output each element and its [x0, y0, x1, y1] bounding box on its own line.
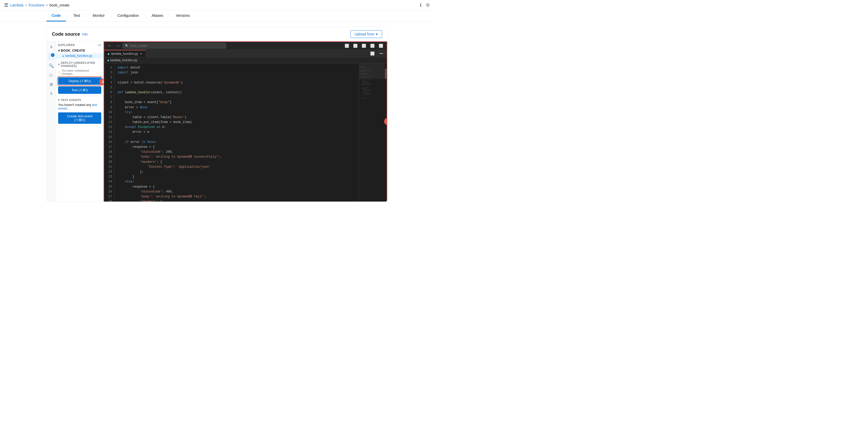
tab-code[interactable]: Code	[46, 10, 66, 22]
split-editor-btn[interactable]: ⬜	[369, 51, 376, 56]
warning-icon: ⚠	[58, 70, 61, 74]
editor-area: ≡ 📄 1 🔍 ▷ ⊞	[47, 41, 387, 202]
tab-file-name: lambda_function.py	[111, 52, 138, 56]
editor-panel: ← → 🔍 ⬜ ⬜ ⬜ ⬜ ⬜	[103, 41, 387, 202]
settings-icon[interactable]: ⚙	[426, 2, 430, 8]
layout-btn-4[interactable]: ⬜	[369, 43, 376, 49]
top-bar-right: ℹ ⚙	[420, 2, 430, 8]
main-content: Code source Info Upload from ▾ ≡	[0, 22, 434, 214]
top-bar: ☰ Lambda > Functions > book_create ℹ ⚙	[0, 0, 434, 10]
code-area[interactable]: 12345 678910 1112131415 1617181920 21222…	[104, 63, 387, 202]
deploy-section: ▾ DEPLOY [UNDEPLOYED CHANGES] ⚠ You have…	[56, 59, 103, 96]
layout-btn-5[interactable]: ⬜	[377, 43, 385, 49]
file-name: lambda_function.py	[65, 54, 92, 58]
file-path-icon: ◆	[107, 59, 109, 62]
breadcrumb-sep1: >	[25, 3, 27, 7]
search-icon: 🔍	[49, 63, 54, 68]
search-input[interactable]	[130, 44, 224, 48]
breadcrumb-lambda[interactable]: Lambda	[10, 3, 24, 7]
folder-arrow-icon: ▾	[58, 49, 60, 53]
deploy-button[interactable]: Deploy (⇧⌘U)	[58, 77, 101, 85]
create-test-event-button[interactable]: Create test event (⇧⌘C)	[58, 113, 101, 124]
extensions-icon: ⊞	[50, 82, 53, 87]
warning-text: You have undeployed changes.	[62, 69, 101, 75]
sidebar-lambda-icon[interactable]: λ	[48, 90, 55, 97]
file-path-label: lambda_function.py	[110, 58, 137, 62]
panel-title: Code source	[52, 32, 80, 37]
panel-header-left: Code source Info	[52, 32, 88, 37]
info-link[interactable]: Info	[82, 32, 88, 36]
sidebar-extensions-icon[interactable]: ⊞	[48, 81, 55, 88]
test-events-arrow-icon: ▾	[58, 98, 60, 101]
sidebar-files-icon[interactable]: 📄 1	[48, 53, 55, 60]
test-button[interactable]: Test (⇧⌘I)	[58, 86, 101, 94]
tab-aliases[interactable]: Aliases	[147, 10, 168, 22]
file-path-bar: ◆ lambda_function.py	[104, 57, 387, 63]
python-file-icon: ◆	[62, 55, 64, 57]
tab-test[interactable]: Test	[68, 10, 85, 22]
search-icon: 🔍	[125, 44, 129, 48]
explorer-header: Explorer •••	[56, 41, 103, 48]
upload-label: Upload from	[355, 32, 374, 36]
tabs-bar: Code Test Monitor Configuration Aliases …	[0, 10, 434, 22]
tree-file-lambda[interactable]: ◆ lambda_function.py	[56, 53, 103, 58]
layout-btn-2[interactable]: ⬜	[351, 43, 359, 49]
breadcrumb: Lambda > Functions > book_create	[10, 3, 69, 7]
tab-file-icon: ◆	[107, 52, 110, 56]
breadcrumb-sep2: >	[46, 3, 48, 7]
code-content[interactable]: import boto3 import json client = boto3.…	[115, 63, 359, 202]
breadcrumb-functions[interactable]: Functions	[29, 3, 44, 7]
deploy-header[interactable]: ▾ DEPLOY [UNDEPLOYED CHANGES]	[58, 61, 101, 67]
editor-toolbar: ← → 🔍 ⬜ ⬜ ⬜ ⬜ ⬜	[104, 42, 387, 50]
layout-btn-1[interactable]: ⬜	[343, 43, 350, 49]
upload-chevron-icon: ▾	[376, 32, 378, 36]
tab-close-button[interactable]: ×	[140, 52, 143, 56]
forward-button[interactable]: →	[115, 43, 122, 49]
test-events-description: You haven't created any test events .	[58, 103, 101, 110]
editor-right-controls: ⬜ •••	[367, 51, 387, 56]
back-button[interactable]: ←	[106, 43, 114, 49]
upload-from-button[interactable]: Upload from ▾	[350, 30, 382, 38]
tab-configuration[interactable]: Configuration	[112, 10, 144, 22]
line-numbers: 12345 678910 1112131415 1617181920 21222…	[104, 63, 115, 202]
editor-more-btn[interactable]: •••	[378, 51, 385, 56]
tab-versions[interactable]: Versions	[171, 10, 195, 22]
files-badge: 1	[51, 53, 55, 57]
toolbar-right: ⬜ ⬜ ⬜ ⬜ ⬜	[343, 43, 385, 49]
deploy-btn-wrapper: Deploy (⇧⌘U) 2	[58, 77, 101, 86]
file-explorer: Explorer ••• ▾ BOOK_CREATE ◆ lambda_func…	[56, 41, 103, 202]
layout-btn-3[interactable]: ⬜	[360, 43, 368, 49]
code-editor-container: ← → 🔍 ⬜ ⬜ ⬜ ⬜ ⬜	[103, 41, 387, 202]
explorer-label: Explorer	[58, 43, 75, 47]
scrollbar-thumb[interactable]	[385, 68, 386, 79]
explorer-more-btn[interactable]: •••	[98, 43, 101, 47]
sidebar-menu-icon[interactable]: ≡	[48, 43, 55, 51]
debug-icon: ▷	[50, 72, 53, 78]
sidebar-search-icon[interactable]: 🔍	[48, 62, 55, 69]
tab-monitor[interactable]: Monitor	[88, 10, 110, 22]
scrollbar-track[interactable]	[385, 63, 387, 202]
deploy-header-label: DEPLOY [UNDEPLOYED CHANGES]	[61, 61, 101, 67]
code-source-panel: Code source Info Upload from ▾ ≡	[46, 27, 388, 202]
search-bar[interactable]: 🔍	[123, 43, 226, 49]
file-tabs: ◆ lambda_function.py × ⬜ •••	[104, 50, 387, 57]
info-icon[interactable]: ℹ	[420, 2, 422, 8]
tree-section: ▾ BOOK_CREATE ◆ lambda_function.py	[56, 48, 103, 59]
test-events-header[interactable]: ▾ TEST EVENTS	[58, 98, 101, 101]
tree-folder-book-create[interactable]: ▾ BOOK_CREATE	[56, 48, 103, 53]
file-tree-sidebar: ≡ 📄 1 🔍 ▷ ⊞	[47, 41, 103, 202]
tab-divider-5	[169, 13, 170, 19]
breadcrumb-current: book_create	[50, 3, 69, 7]
tab-divider-4	[145, 13, 146, 19]
sidebar-left-right: ≡ 📄 1 🔍 ▷ ⊞	[47, 41, 103, 202]
tab-divider-3	[111, 13, 111, 19]
tab-divider-2	[86, 13, 87, 19]
deploy-arrow-icon: ▾	[58, 63, 60, 66]
hamburger-menu[interactable]: ☰	[4, 2, 8, 8]
test-events-section: ▾ TEST EVENTS You haven't created any te…	[56, 96, 103, 126]
sidebar-icons: ≡ 📄 1 🔍 ▷ ⊞	[47, 41, 56, 202]
lambda-icon: λ	[51, 91, 53, 96]
file-tab-lambda[interactable]: ◆ lambda_function.py ×	[104, 50, 146, 57]
sidebar-debug-icon[interactable]: ▷	[48, 71, 55, 79]
undeployed-warning: ⚠ You have undeployed changes.	[58, 69, 101, 75]
